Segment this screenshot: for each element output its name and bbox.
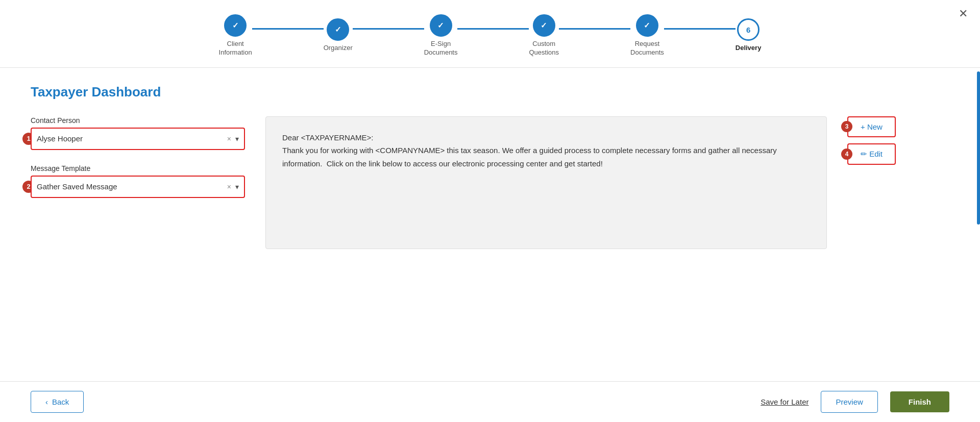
save-later-button[interactable]: Save for Later bbox=[761, 398, 808, 406]
connector-3-4 bbox=[457, 28, 529, 30]
step-circle-4: ✓ bbox=[533, 14, 555, 37]
checkmark-3: ✓ bbox=[437, 21, 444, 30]
badge-4: 4 bbox=[841, 148, 852, 160]
message-template-group: 2 Gather Saved Message × ▾ bbox=[31, 176, 245, 198]
message-preview: Dear <TAXPAYERNAME>: Thank you for worki… bbox=[265, 116, 827, 249]
step-esign: ✓ E-SignDocuments bbox=[424, 14, 458, 57]
left-column: Contact Person 1 Alyse Hooper × ▾ Messag… bbox=[31, 116, 245, 212]
badge-3: 3 bbox=[841, 121, 852, 132]
connector-2-3 bbox=[353, 28, 424, 30]
step-circle-1: ✓ bbox=[224, 14, 247, 37]
step-number-6: 6 bbox=[746, 26, 750, 34]
contact-person-label: Contact Person bbox=[31, 116, 245, 125]
contact-person-icons: × ▾ bbox=[227, 135, 239, 143]
step-client-information: ✓ ClientInformation bbox=[219, 14, 252, 57]
right-column: 3 + New 4 ✏ Edit bbox=[847, 116, 949, 165]
back-button[interactable]: ‹ Back bbox=[31, 391, 84, 413]
close-button[interactable]: ✕ bbox=[959, 7, 968, 20]
message-template-value: Gather Saved Message bbox=[37, 182, 227, 191]
checkmark-5: ✓ bbox=[644, 21, 650, 30]
back-button-label: Back bbox=[52, 398, 69, 406]
new-button[interactable]: 3 + New bbox=[847, 116, 896, 137]
connector-1-2 bbox=[252, 28, 324, 30]
progress-bar: ✓ ClientInformation ✓ Organizer ✓ E-Sign… bbox=[0, 0, 980, 68]
content-area: Taxpayer Dashboard Contact Person 1 Alys… bbox=[0, 68, 980, 381]
step-organizer: ✓ Organizer bbox=[324, 18, 353, 53]
modal: ✕ ✓ ClientInformation ✓ Organizer ✓ E-Si… bbox=[0, 0, 980, 422]
checkmark-1: ✓ bbox=[232, 21, 239, 30]
form-area: Contact Person 1 Alyse Hooper × ▾ Messag… bbox=[31, 116, 949, 249]
step-label-6: Delivery bbox=[736, 44, 762, 53]
message-template-clear-icon[interactable]: × bbox=[227, 183, 231, 191]
step-circle-3: ✓ bbox=[430, 14, 452, 37]
contact-person-group: 1 Alyse Hooper × ▾ bbox=[31, 128, 245, 150]
step-label-1: ClientInformation bbox=[219, 40, 252, 57]
contact-person-value: Alyse Hooper bbox=[37, 134, 227, 143]
contact-person-select[interactable]: Alyse Hooper × ▾ bbox=[31, 128, 245, 150]
back-chevron-icon: ‹ bbox=[45, 398, 48, 406]
connector-5-6 bbox=[664, 28, 736, 30]
step-label-2: Organizer bbox=[324, 44, 353, 53]
step-circle-6: 6 bbox=[737, 18, 760, 41]
step-custom-questions: ✓ CustomQuestions bbox=[529, 14, 559, 57]
edit-button[interactable]: 4 ✏ Edit bbox=[847, 143, 896, 165]
new-button-label: + New bbox=[861, 122, 883, 131]
step-label-3: E-SignDocuments bbox=[424, 40, 458, 57]
preview-button[interactable]: Preview bbox=[821, 391, 877, 413]
page-title: Taxpayer Dashboard bbox=[31, 84, 949, 100]
contact-person-clear-icon[interactable]: × bbox=[227, 135, 231, 143]
message-template-select[interactable]: Gather Saved Message × ▾ bbox=[31, 176, 245, 198]
message-template-dropdown-icon[interactable]: ▾ bbox=[235, 183, 239, 191]
contact-person-dropdown-icon[interactable]: ▾ bbox=[235, 135, 239, 143]
footer: ‹ Back Save for Later Preview Finish bbox=[0, 381, 980, 422]
step-circle-5: ✓ bbox=[636, 14, 658, 37]
message-template-icons: × ▾ bbox=[227, 183, 239, 191]
step-delivery: 6 Delivery bbox=[736, 18, 762, 53]
connector-4-5 bbox=[559, 28, 630, 30]
checkmark-2: ✓ bbox=[335, 25, 341, 34]
scrollbar[interactable] bbox=[977, 71, 980, 225]
step-label-5: RequestDocuments bbox=[630, 40, 664, 57]
finish-button[interactable]: Finish bbox=[890, 391, 949, 412]
edit-button-label: ✏ Edit bbox=[861, 150, 883, 159]
message-template-label: Message Template bbox=[31, 164, 245, 172]
step-label-4: CustomQuestions bbox=[529, 40, 559, 57]
step-circle-2: ✓ bbox=[327, 18, 349, 41]
footer-right: Save for Later Preview Finish bbox=[761, 391, 949, 413]
step-request-documents: ✓ RequestDocuments bbox=[630, 14, 664, 57]
checkmark-4: ✓ bbox=[541, 21, 547, 30]
